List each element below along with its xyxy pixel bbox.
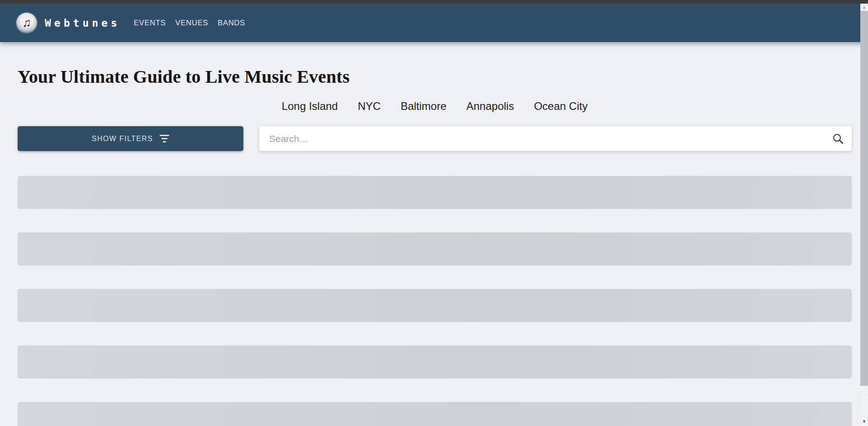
city-link-annapolis[interactable]: Annapolis bbox=[466, 100, 514, 113]
nav-link-events[interactable]: EVENTS bbox=[134, 19, 166, 27]
controls-row: SHOW FILTERS bbox=[18, 126, 852, 151]
nav-link-bands[interactable]: BANDS bbox=[218, 19, 245, 27]
city-link-nyc[interactable]: NYC bbox=[358, 100, 381, 113]
page-title: Your Ultimate Guide to Live Music Events bbox=[18, 66, 852, 87]
scrollbar-thumb[interactable] bbox=[860, 11, 868, 386]
search-input[interactable] bbox=[259, 126, 852, 151]
navbar: ♫ Webtunes EVENTS VENUES BANDS bbox=[0, 4, 868, 42]
skeleton-row bbox=[18, 176, 852, 209]
logo-glyph: ♫ bbox=[22, 16, 31, 30]
show-filters-label: SHOW FILTERS bbox=[92, 135, 153, 143]
nav-link-venues[interactable]: VENUES bbox=[175, 19, 209, 27]
scroll-up-arrow-button[interactable]: ▲ bbox=[860, 4, 868, 11]
city-link-ocean-city[interactable]: Ocean City bbox=[534, 100, 588, 113]
music-note-logo-icon: ♫ bbox=[16, 13, 37, 33]
skeleton-row bbox=[18, 346, 852, 379]
search-box bbox=[259, 126, 852, 151]
skeleton-row bbox=[18, 289, 852, 322]
search-icon[interactable] bbox=[831, 133, 844, 145]
window-top-strip bbox=[0, 0, 868, 4]
city-link-long-island[interactable]: Long Island bbox=[282, 100, 338, 113]
city-link-baltimore[interactable]: Baltimore bbox=[401, 100, 446, 113]
city-links: Long Island NYC Baltimore Annapolis Ocea… bbox=[18, 100, 852, 113]
brand-title[interactable]: Webtunes bbox=[45, 17, 120, 29]
main-content: Your Ultimate Guide to Live Music Events… bbox=[0, 42, 860, 426]
filter-icon bbox=[160, 135, 169, 142]
show-filters-button[interactable]: SHOW FILTERS bbox=[18, 126, 243, 151]
skeleton-row bbox=[18, 402, 852, 426]
vertical-scrollbar[interactable]: ▲ ▼ bbox=[860, 4, 868, 426]
skeleton-row bbox=[18, 232, 852, 265]
main-nav: EVENTS VENUES BANDS bbox=[134, 19, 245, 27]
scroll-down-arrow-button[interactable]: ▼ bbox=[860, 418, 868, 425]
results-skeleton-list bbox=[18, 176, 852, 426]
